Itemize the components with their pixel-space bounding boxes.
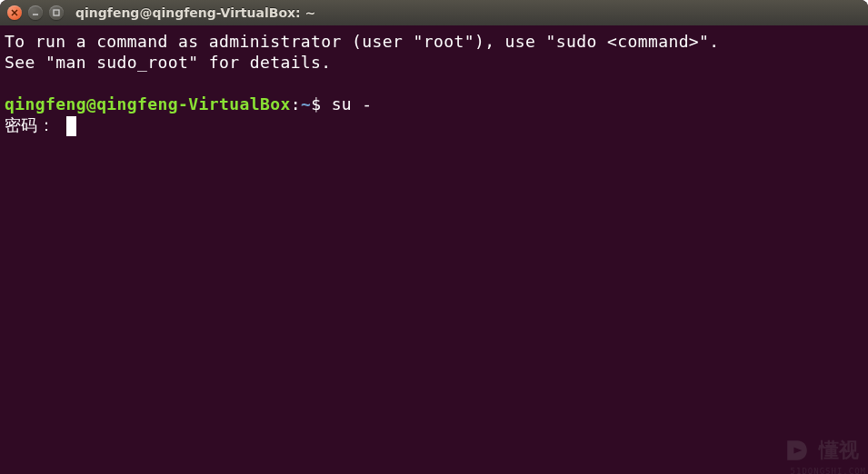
terminal-content[interactable]: To run a command as administrator (user … bbox=[0, 25, 868, 143]
close-button[interactable] bbox=[7, 5, 22, 20]
svg-rect-3 bbox=[54, 10, 59, 15]
watermark: 懂视 bbox=[781, 434, 859, 467]
entered-command: su - bbox=[332, 94, 373, 114]
prompt-line: qingfeng@qingfeng-VirtualBox:~$ su - bbox=[5, 94, 861, 114]
prompt-symbol: $ bbox=[311, 94, 331, 114]
minimize-icon bbox=[31, 8, 40, 17]
blank-line bbox=[5, 73, 861, 94]
prompt-colon: : bbox=[291, 94, 301, 114]
window-title: qingfeng@qingfeng-VirtualBox: ~ bbox=[75, 5, 315, 20]
watermark-text: 懂视 bbox=[819, 437, 859, 464]
maximize-icon bbox=[52, 8, 61, 17]
prompt-path: ~ bbox=[301, 94, 311, 114]
maximize-button[interactable] bbox=[49, 5, 64, 20]
titlebar[interactable]: qingfeng@qingfeng-VirtualBox: ~ bbox=[0, 0, 868, 25]
close-icon bbox=[10, 8, 19, 17]
watermark-url: 51DONGSHI.COM bbox=[791, 467, 866, 474]
minimize-button[interactable] bbox=[28, 5, 43, 20]
password-prompt: 密码： bbox=[5, 115, 65, 134]
password-line: 密码： bbox=[5, 114, 861, 135]
motd-line: To run a command as administrator (user … bbox=[5, 31, 861, 52]
terminal-window: qingfeng@qingfeng-VirtualBox: ~ To run a… bbox=[0, 0, 868, 474]
watermark-logo-icon bbox=[781, 434, 813, 467]
prompt-user-host: qingfeng@qingfeng-VirtualBox bbox=[5, 94, 291, 114]
motd-line: See "man sudo_root" for details. bbox=[5, 52, 861, 73]
cursor bbox=[66, 116, 76, 136]
